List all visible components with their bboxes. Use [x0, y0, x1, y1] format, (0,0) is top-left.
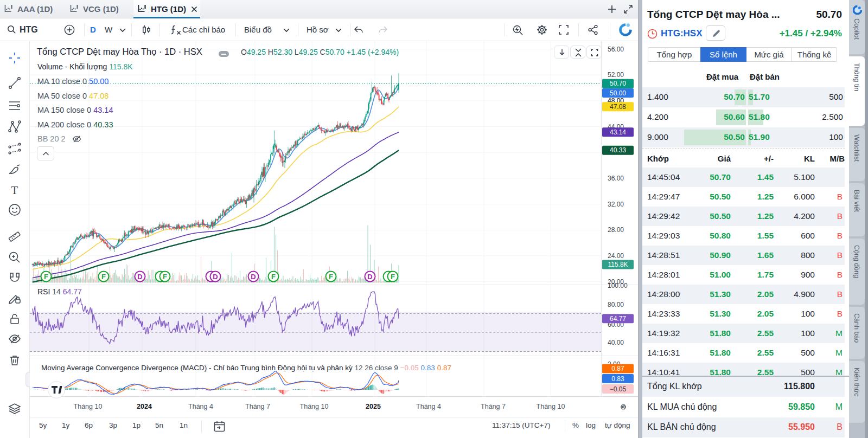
svg-text:36.00: 36.00 [608, 175, 624, 182]
svg-text:52.00: 52.00 [608, 71, 624, 79]
svg-text:D: D [213, 273, 218, 281]
svg-text:F: F [163, 273, 167, 281]
svg-text:80.00: 80.00 [608, 301, 624, 308]
svg-text:D: D [251, 273, 256, 281]
svg-text:64.77: 64.77 [610, 315, 626, 323]
svg-text:Tháng 4: Tháng 4 [416, 403, 441, 410]
svg-text:32.00: 32.00 [608, 201, 624, 208]
svg-text:F: F [101, 273, 106, 281]
svg-text:43.14: 43.14 [610, 128, 626, 136]
svg-text:F: F [271, 273, 276, 281]
svg-text:2024: 2024 [137, 403, 152, 410]
svg-text:F: F [44, 273, 48, 281]
svg-text:115.8K: 115.8K [608, 261, 628, 268]
svg-text:−0.05: −0.05 [610, 385, 627, 393]
svg-text:56.00: 56.00 [608, 46, 624, 53]
svg-text:Tháng 10: Tháng 10 [74, 403, 103, 410]
svg-text:28.00: 28.00 [608, 226, 624, 234]
svg-text:50.70: 50.70 [610, 80, 626, 87]
svg-text:0.87: 0.87 [611, 365, 624, 372]
svg-text:D: D [137, 273, 142, 281]
svg-text:2025: 2025 [366, 403, 381, 410]
svg-text:F: F [391, 273, 395, 281]
svg-text:T: T [11, 184, 18, 197]
svg-text:Tháng 7: Tháng 7 [481, 403, 506, 410]
svg-text:24.00: 24.00 [608, 252, 624, 260]
svg-text:40.33: 40.33 [610, 146, 626, 154]
svg-text:50.00: 50.00 [610, 89, 626, 97]
svg-text:100.00: 100.00 [608, 282, 628, 289]
svg-text:D: D [367, 273, 372, 281]
svg-text:Tháng 4: Tháng 4 [188, 403, 213, 410]
svg-text:40.00: 40.00 [608, 339, 624, 346]
svg-text:Tháng 7: Tháng 7 [245, 403, 270, 410]
svg-text:Tháng 10: Tháng 10 [300, 403, 329, 410]
svg-text:0.83: 0.83 [611, 375, 624, 383]
svg-text:F: F [329, 273, 333, 281]
svg-text:Tháng 10: Tháng 10 [537, 403, 565, 410]
svg-text:47.08: 47.08 [610, 103, 626, 111]
